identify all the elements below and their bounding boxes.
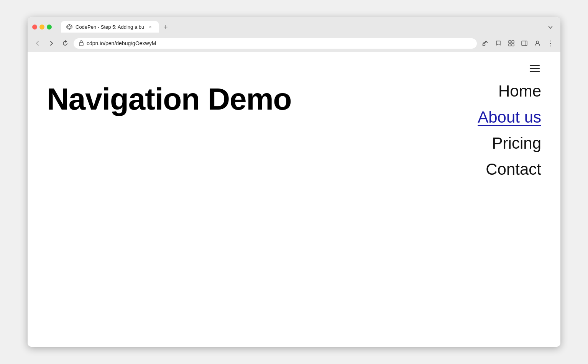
hamburger-line-3 [530, 71, 540, 72]
back-button[interactable] [32, 38, 43, 49]
traffic-light-yellow[interactable] [39, 25, 44, 30]
svg-rect-14 [512, 44, 514, 46]
extensions-button[interactable] [506, 38, 517, 49]
address-actions: ⋮ [480, 38, 556, 49]
svg-rect-8 [79, 43, 83, 46]
hamburger-line-2 [530, 68, 540, 69]
traffic-light-green[interactable] [47, 25, 52, 30]
browser-tab[interactable]: CodePen - Step 5: Adding a bu × [61, 21, 159, 33]
address-bar[interactable]: cdpn.io/pen/debug/gOexwyM [74, 38, 477, 49]
traffic-lights [32, 25, 52, 30]
forward-button[interactable] [46, 38, 57, 49]
more-button[interactable]: ⋮ [545, 38, 556, 49]
nav-link-about[interactable]: About us [478, 104, 541, 130]
profile-button[interactable] [532, 38, 543, 49]
page-content: Navigation Demo Home About us Pricing Co… [28, 52, 560, 347]
traffic-light-red[interactable] [32, 25, 37, 30]
svg-rect-13 [509, 44, 511, 46]
refresh-button[interactable] [60, 38, 71, 49]
title-bar-top: CodePen - Step 5: Adding a bu × + [32, 21, 556, 36]
tab-dropdown-button[interactable] [545, 22, 556, 33]
browser-window: CodePen - Step 5: Adding a bu × + [28, 17, 560, 347]
sidebar-button[interactable] [519, 38, 530, 49]
address-text: cdpn.io/pen/debug/gOexwyM [87, 40, 471, 46]
tabs-row: CodePen - Step 5: Adding a bu × + [61, 21, 556, 33]
tab-title: CodePen - Step 5: Adding a bu [76, 24, 144, 30]
svg-rect-15 [522, 41, 527, 46]
title-bar: CodePen - Step 5: Adding a bu × + [28, 17, 560, 36]
codepen-icon [66, 24, 72, 30]
hamburger-line-1 [530, 65, 540, 66]
nav-link-home[interactable]: Home [498, 78, 541, 104]
svg-rect-12 [512, 41, 514, 43]
nav-link-pricing[interactable]: Pricing [492, 130, 541, 156]
hamburger-button[interactable] [528, 63, 541, 74]
new-tab-button[interactable]: + [160, 22, 171, 33]
svg-marker-1 [68, 26, 71, 29]
svg-point-17 [536, 41, 539, 43]
nav-menu: Home About us Pricing Contact [478, 63, 541, 182]
lock-icon [79, 40, 84, 47]
share-button[interactable] [480, 38, 491, 49]
page-heading: Navigation Demo [47, 82, 291, 116]
address-bar-row: cdpn.io/pen/debug/gOexwyM [28, 36, 560, 52]
nav-link-contact[interactable]: Contact [486, 156, 541, 182]
svg-rect-11 [509, 41, 511, 43]
bookmark-button[interactable] [493, 38, 504, 49]
tab-close-button[interactable]: × [147, 24, 153, 30]
svg-marker-10 [496, 41, 500, 45]
